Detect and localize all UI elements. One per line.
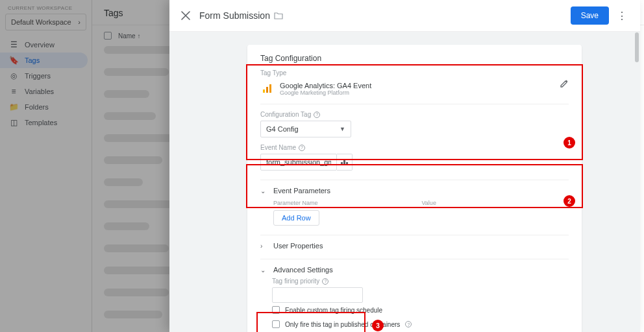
svg-rect-0 (263, 89, 265, 93)
dim-overlay (0, 0, 169, 332)
chevron-right-icon: › (260, 243, 268, 250)
configuration-tag-field: Configuration Tag ? G4 Config ▼ (260, 111, 569, 137)
svg-rect-2 (269, 84, 271, 93)
config-tag-value: G4 Config (266, 125, 299, 133)
schedule-label: Enable custom tag firing schedule (285, 307, 382, 314)
event-name-label: Event Name (260, 144, 296, 151)
tag-priority-label: Tag firing priority (272, 278, 319, 285)
variable-picker-button[interactable] (337, 154, 353, 171)
config-tag-select[interactable]: G4 Config ▼ (260, 121, 351, 137)
scrollbar[interactable] (634, 32, 639, 328)
event-parameters-section: ⌄ Event Parameters Parameter Name Value … (260, 180, 569, 226)
scrollbar-thumb[interactable] (635, 32, 639, 62)
help-icon[interactable]: ? (314, 112, 320, 118)
ga4-icon (260, 82, 273, 95)
close-button[interactable] (179, 8, 193, 23)
user-properties-toggle[interactable]: › User Properties (260, 242, 569, 250)
edit-tag-type-button[interactable] (560, 79, 569, 88)
svg-rect-4 (343, 160, 345, 165)
panel-title: Form Submission (199, 10, 270, 21)
close-icon (181, 11, 190, 20)
tag-type-sub: Google Marketing Platform (280, 89, 371, 96)
user-properties-section: › User Properties (260, 235, 569, 250)
svg-rect-1 (266, 87, 268, 93)
folder-icon[interactable] (274, 12, 283, 19)
svg-rect-3 (341, 162, 343, 165)
event-parameters-toggle[interactable]: ⌄ Event Parameters (260, 187, 569, 195)
help-icon[interactable]: ? (322, 278, 328, 285)
advanced-settings-label: Advanced Settings (273, 266, 333, 274)
advanced-settings-toggle[interactable]: ⌄ Advanced Settings (260, 266, 569, 274)
add-row-button[interactable]: Add Row (273, 210, 319, 226)
tag-type-row[interactable]: Google Analytics: GA4 Event Google Marke… (260, 77, 569, 104)
event-name-field: Event Name ? (260, 144, 569, 171)
pencil-icon (560, 79, 569, 88)
svg-rect-5 (346, 162, 348, 165)
event-parameters-label: Event Parameters (273, 187, 330, 195)
panel-body[interactable]: Tag Configuration Tag Type Google Analyt… (169, 32, 640, 332)
chevron-down-icon: ⌄ (260, 267, 268, 274)
tag-type-label: Tag Type (260, 69, 569, 77)
param-name-col: Parameter Name (273, 200, 318, 206)
schedule-checkbox[interactable] (272, 306, 280, 314)
tag-priority-input[interactable] (272, 287, 363, 303)
advanced-settings-section: ⌄ Advanced Settings Tag firing priority … (260, 259, 569, 332)
help-icon[interactable]: ? (299, 145, 305, 151)
user-properties-label: User Properties (273, 242, 323, 250)
tag-type-name: Google Analytics: GA4 Event (280, 82, 371, 89)
param-value-col: Value (422, 200, 436, 206)
chevron-down-icon: ⌄ (260, 187, 268, 195)
card-title: Tag Configuration (260, 54, 569, 63)
tag-config-card: Tag Configuration Tag Type Google Analyt… (247, 45, 582, 332)
save-button[interactable]: Save (571, 6, 609, 25)
building-block-icon (341, 159, 349, 165)
help-icon[interactable]: ? (405, 321, 412, 327)
event-name-input[interactable] (260, 154, 337, 171)
more-menu-button[interactable]: ⋮ (613, 10, 631, 22)
panel-header: Form Submission Save ⋮ (169, 0, 640, 32)
published-only-label: Only fire this tag in published containe… (285, 321, 400, 328)
chevron-down-icon: ▼ (340, 126, 345, 132)
published-only-checkbox[interactable] (272, 320, 280, 328)
tag-editor-panel: Form Submission Save ⋮ Tag Configuration… (169, 0, 640, 332)
config-tag-label: Configuration Tag (260, 111, 311, 118)
